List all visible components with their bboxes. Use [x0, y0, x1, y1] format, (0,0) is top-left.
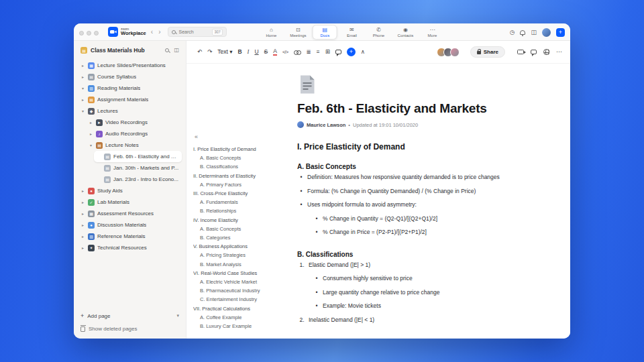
insert-icon[interactable]: +: [347, 48, 356, 56]
chevron-down-icon[interactable]: ▾: [89, 143, 93, 147]
sidebar-item[interactable]: ▸▥Reference Materials: [78, 231, 182, 242]
zoom-window-button[interactable]: [94, 31, 99, 36]
show-deleted-pages-button[interactable]: Show deleted pages: [80, 326, 179, 332]
tab-home[interactable]: ⌂Home: [259, 25, 284, 39]
outline-item[interactable]: B. Classifications: [193, 162, 283, 171]
bold-icon[interactable]: B: [237, 49, 241, 55]
sidebar-item[interactable]: ▸►Video Recordings: [86, 117, 182, 128]
collapse-toolbar-icon[interactable]: ∧: [361, 49, 365, 55]
outline-item[interactable]: A. Pricing Strategies: [193, 251, 283, 259]
redo-icon[interactable]: ↷: [207, 49, 212, 55]
tab-phone[interactable]: ✆Phone: [366, 25, 391, 39]
sidebar-item[interactable]: ▸●Study Aids: [78, 185, 182, 196]
video-icon[interactable]: [517, 50, 524, 54]
doc-numbered-item[interactable]: 2.Inelastic Demand (|E| < 1): [299, 313, 540, 327]
doc-title[interactable]: Feb. 6th - Elasticity and Markets: [297, 101, 540, 116]
panel-icon[interactable]: ◫: [531, 29, 537, 36]
chevron-right-icon[interactable]: ▸: [80, 188, 85, 193]
chevron-down-icon[interactable]: ▾: [80, 86, 85, 90]
chevron-down-icon[interactable]: ▾: [176, 313, 179, 318]
chevron-right-icon[interactable]: ▸: [80, 74, 85, 79]
outline-item[interactable]: B. Luxury Car Example: [193, 322, 283, 330]
doc-bullet-item[interactable]: •Definition: Measures how responsive qua…: [299, 170, 540, 184]
notifications-icon[interactable]: [520, 30, 525, 35]
comment-icon[interactable]: [335, 50, 341, 54]
chat-icon[interactable]: [531, 50, 537, 54]
undo-icon[interactable]: ↶: [197, 49, 202, 55]
sidebar-item[interactable]: ▾▤Lecture Notes: [86, 139, 182, 151]
profile-avatar[interactable]: [542, 28, 551, 37]
outline-item[interactable]: A. Basic Concepts: [193, 154, 283, 162]
chevron-right-icon[interactable]: ▸: [89, 131, 93, 136]
doc-bullet-item[interactable]: •Consumers highly sensitive to price: [315, 272, 540, 286]
chevron-right-icon[interactable]: ▸: [80, 97, 85, 102]
tab-contacts[interactable]: ◉Contacts: [393, 25, 418, 39]
underline-icon[interactable]: U: [254, 49, 258, 55]
link-icon[interactable]: [294, 50, 301, 54]
outline-item[interactable]: B. Categories: [193, 233, 283, 242]
global-search[interactable]: ⌘F: [168, 27, 227, 37]
chevron-right-icon[interactable]: ▸: [80, 63, 85, 68]
chevron-right-icon[interactable]: ▸: [80, 200, 85, 204]
strikethrough-icon[interactable]: S: [264, 49, 268, 55]
text-style-dropdown[interactable]: Text ▾: [217, 49, 232, 55]
outline-item[interactable]: VI. Real-World Case Studies: [193, 269, 283, 278]
sidebar-item[interactable]: ▸▦Assessment Resources: [78, 208, 182, 219]
outline-item[interactable]: A. Basic Concepts: [193, 225, 283, 233]
sidebar-item[interactable]: ▸✦Technical Resources: [78, 242, 182, 253]
outline-item[interactable]: C. Entertainment Industry: [193, 295, 283, 304]
chevron-right-icon[interactable]: ▸: [80, 223, 85, 227]
minimize-window-button[interactable]: [87, 31, 91, 36]
outline-item[interactable]: B. Relationships: [193, 206, 283, 215]
outline-item[interactable]: A. Fundamentals: [193, 198, 283, 206]
back-button[interactable]: ‹: [150, 29, 154, 36]
share-button[interactable]: Share: [470, 46, 505, 58]
outline-item[interactable]: I. Price Elasticity of Demand: [193, 145, 283, 154]
doc-numbered-item[interactable]: 1.Elastic Demand (|E| > 1): [299, 258, 540, 272]
outline-item[interactable]: B. Market Analysis: [193, 260, 283, 269]
chevron-right-icon[interactable]: ▸: [80, 211, 85, 216]
outline-item[interactable]: A. Electric Vehicle Market: [193, 278, 283, 286]
list-icon[interactable]: ≣: [307, 49, 311, 55]
italic-icon[interactable]: I: [248, 49, 250, 55]
doc-bullet-item[interactable]: •Large quantity change relative to price…: [315, 286, 540, 300]
outline-item[interactable]: A. Coffee Example: [193, 313, 283, 322]
collaborator-avatar[interactable]: [450, 48, 460, 57]
tab-docs[interactable]: ▤Docs: [313, 25, 337, 40]
sidebar-item[interactable]: ▾▥Reading Materials: [78, 82, 182, 94]
code-icon[interactable]: </>: [282, 50, 288, 54]
tab-more[interactable]: ⋯More: [420, 25, 445, 39]
forward-button[interactable]: ›: [158, 29, 161, 36]
outline-item[interactable]: A. Primary Factors: [193, 180, 283, 189]
sidebar-item[interactable]: ▤Jan. 30th - Markets and P...: [94, 162, 182, 174]
sidebar-item[interactable]: ▸✓Lab Materials: [78, 196, 182, 208]
outline-item[interactable]: III. Cross-Price Elasticity: [193, 189, 283, 198]
chevron-right-icon[interactable]: ▸: [80, 245, 85, 250]
doc-bullet-item[interactable]: •% Change in Quantity = (Q2-Q1)/[(Q2+Q1)…: [315, 212, 540, 226]
chevron-right-icon[interactable]: ▸: [89, 120, 93, 125]
outline-item[interactable]: B. Pharmaceutical Industry: [193, 286, 283, 295]
sidebar-item[interactable]: ▸▤Course Syllabus: [78, 71, 182, 82]
collapse-sidebar-icon[interactable]: ◫: [174, 48, 179, 53]
outline-item[interactable]: VII. Practical Calculations: [193, 304, 283, 313]
doc-bullet-item[interactable]: •Uses midpoint formula to avoid asymmetr…: [299, 198, 540, 212]
sidebar-item[interactable]: ▤Feb. 6th - Elasticity and M...: [94, 151, 182, 162]
language-icon[interactable]: [543, 49, 549, 55]
close-window-button[interactable]: [79, 31, 84, 36]
tab-meetings[interactable]: ⊡Meetings: [286, 25, 311, 39]
table-icon[interactable]: ⊞: [325, 49, 330, 55]
outline-item[interactable]: V. Business Applications: [193, 242, 283, 251]
add-page-button[interactable]: + Add page ▾: [80, 312, 179, 319]
sidebar-item[interactable]: ▸▤Assignment Materials: [78, 94, 182, 105]
sidebar-item[interactable]: ▸▦Lecture Slides/Presentations: [78, 60, 182, 71]
sidebar-item[interactable]: ▤Jan. 23rd - Intro to Econo...: [94, 174, 182, 185]
chevron-down-icon[interactable]: ▾: [80, 109, 85, 113]
align-icon[interactable]: ≡: [317, 49, 320, 55]
outline-item[interactable]: II. Determinants of Elasticity: [193, 172, 283, 180]
sidebar-item[interactable]: ▸♪Audio Recordings: [86, 128, 182, 139]
sidebar-item[interactable]: ▸●Discussion Materials: [78, 219, 182, 231]
chevron-right-icon[interactable]: ▸: [80, 234, 85, 239]
sidebar-search-icon[interactable]: [165, 48, 169, 52]
doc-bullet-item[interactable]: •Formula: (% Change in Quantity Demanded…: [299, 184, 540, 198]
collapse-outline-icon[interactable]: «: [193, 133, 283, 140]
